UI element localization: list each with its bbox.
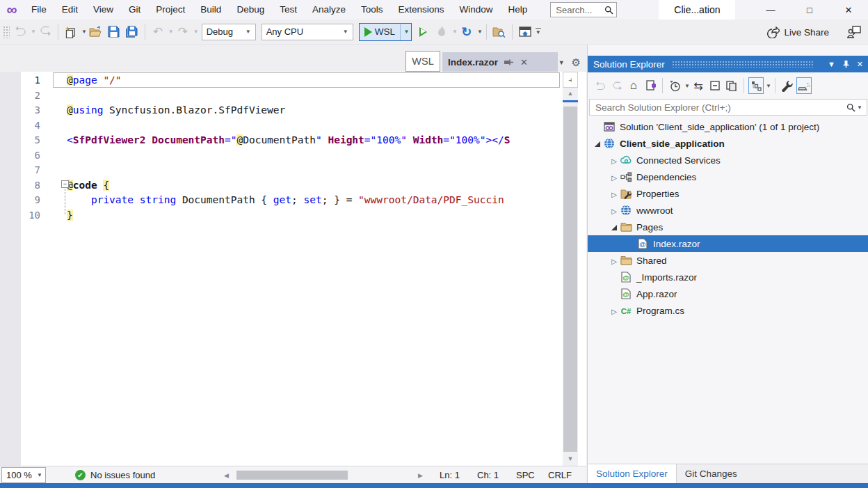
menu-debug[interactable]: Debug bbox=[229, 0, 272, 19]
save-button[interactable] bbox=[106, 23, 122, 41]
undo-button[interactable]: ↶ bbox=[150, 23, 166, 41]
tree-item-properties[interactable]: ▷Properties bbox=[588, 185, 868, 202]
new-window-button[interactable] bbox=[517, 23, 533, 41]
tab-index-razor[interactable]: Index.razor ✕ bbox=[442, 52, 558, 72]
tree-expander[interactable] bbox=[592, 139, 603, 149]
tree-expander[interactable]: ▷ bbox=[609, 155, 620, 166]
column-indicator[interactable]: Ch: 1 bbox=[477, 470, 499, 480]
tree-expander[interactable]: ▷ bbox=[609, 172, 620, 182]
zoom-level-dropdown[interactable]: 100 % ▼ bbox=[1, 467, 46, 483]
tree-item-shared[interactable]: ▷Shared bbox=[588, 252, 868, 269]
se-forward-button[interactable]: ⮎ bbox=[609, 77, 625, 94]
panel-tab-solution-explorer[interactable]: Solution Explorer bbox=[588, 464, 677, 483]
collapse-region-toggle[interactable]: − bbox=[61, 180, 69, 188]
restart-button[interactable]: ↻ bbox=[458, 23, 475, 41]
issues-indicator[interactable]: ✔ No issues found bbox=[75, 470, 155, 480]
collapse-all-button[interactable] bbox=[707, 77, 723, 94]
tree-item-wwwroot[interactable]: ▷wwwroot bbox=[588, 202, 868, 219]
tree-item-index-razor[interactable]: @Index.razor bbox=[588, 235, 868, 252]
menu-window[interactable]: Window bbox=[452, 0, 501, 19]
tree-item-program-cs[interactable]: ▷C#Program.cs bbox=[588, 302, 868, 319]
restart-dropdown[interactable]: ▼ bbox=[477, 29, 483, 35]
solution-explorer-search[interactable]: Search Solution Explorer (Ctrl+;) ▼ bbox=[589, 99, 867, 116]
code-editor[interactable]: 1@page "/"23@using Syncfusion.Blazor.SfP… bbox=[0, 72, 586, 466]
maximize-button[interactable]: □ bbox=[790, 0, 829, 19]
menu-test[interactable]: Test bbox=[272, 0, 305, 19]
code-line-8[interactable]: 8@code { bbox=[0, 178, 563, 194]
wsl-target-overlay[interactable]: WSL bbox=[405, 51, 440, 72]
close-panel-icon[interactable]: ✕ bbox=[857, 60, 863, 69]
hot-reload-dropdown[interactable]: ▼ bbox=[452, 29, 458, 35]
se-back-button[interactable]: ⮌ bbox=[593, 77, 608, 94]
menu-analyze[interactable]: Analyze bbox=[305, 0, 353, 19]
window-position-dropdown[interactable]: ▼ bbox=[828, 60, 835, 68]
code-line-3[interactable]: 3@using Syncfusion.Blazor.SfPdfViewer bbox=[0, 103, 563, 118]
tree-item-dependencies[interactable]: ▷Dependencies bbox=[588, 168, 868, 185]
code-line-2[interactable]: 2 bbox=[0, 88, 563, 104]
menu-file[interactable]: File bbox=[24, 0, 54, 19]
debug-target-dropdown[interactable]: ▼ bbox=[400, 24, 411, 40]
scroll-left-arrow[interactable]: ◀ bbox=[224, 472, 234, 479]
menu-git[interactable]: Git bbox=[121, 0, 148, 19]
close-button[interactable]: ✕ bbox=[829, 0, 868, 19]
redo-button[interactable]: ↷ bbox=[175, 23, 191, 41]
tree-item-pages[interactable]: Pages bbox=[588, 219, 868, 235]
open-file-button[interactable] bbox=[88, 23, 104, 41]
tree-expander[interactable] bbox=[609, 222, 620, 233]
scroll-right-arrow[interactable]: ▶ bbox=[413, 472, 423, 479]
menu-extensions[interactable]: Extensions bbox=[391, 0, 452, 19]
save-all-button[interactable] bbox=[124, 23, 140, 41]
search-options-dropdown[interactable]: ▼ bbox=[857, 104, 862, 111]
splitter-handle[interactable]: ⫞ bbox=[563, 72, 578, 88]
find-in-files-button[interactable] bbox=[491, 23, 508, 41]
live-share-button[interactable]: Live Share bbox=[766, 26, 829, 38]
line-indicator[interactable]: Ln: 1 bbox=[440, 470, 460, 480]
scroll-up-arrow[interactable]: ▲ bbox=[563, 88, 578, 99]
vertical-scrollbar[interactable]: ⫞ ▲ ▼ bbox=[563, 72, 578, 466]
search-box[interactable]: Search... bbox=[550, 2, 617, 17]
hscrollbar-thumb[interactable] bbox=[236, 471, 348, 480]
code-line-7[interactable]: 7 bbox=[0, 163, 563, 178]
undo-dropdown[interactable]: ▼ bbox=[168, 29, 174, 35]
code-line-4[interactable]: 4 bbox=[0, 118, 563, 134]
solution-platform-dropdown[interactable]: Any CPU ▼ bbox=[262, 24, 353, 40]
code-line-1[interactable]: 1@page "/" bbox=[0, 73, 563, 88]
sync-with-active-document-button[interactable]: ⇆ bbox=[691, 77, 706, 94]
filter-dropdown[interactable]: ▼ bbox=[684, 83, 690, 89]
file-nesting-button[interactable] bbox=[748, 77, 764, 94]
solution-configuration-dropdown[interactable]: Debug ▼ bbox=[202, 24, 256, 40]
pin-icon[interactable] bbox=[842, 60, 850, 68]
tree-item-imports-razor[interactable]: @_Imports.razor bbox=[588, 269, 868, 285]
hot-reload-button[interactable] bbox=[433, 23, 450, 41]
panel-tab-git-changes[interactable]: Git Changes bbox=[677, 464, 746, 483]
se-home-button[interactable]: ⌂ bbox=[626, 77, 641, 94]
horizontal-scrollbar[interactable]: ◀ ▶ bbox=[224, 470, 423, 480]
menu-tools[interactable]: Tools bbox=[353, 0, 391, 19]
tree-expander[interactable]: ▷ bbox=[609, 306, 620, 316]
menu-view[interactable]: View bbox=[86, 0, 121, 19]
new-project-dropdown[interactable]: ▼ bbox=[81, 29, 87, 35]
solution-explorer-header[interactable]: Solution Explorer ▼ ✕ bbox=[588, 56, 868, 72]
file-nesting-dropdown[interactable]: ▼ bbox=[766, 83, 771, 89]
code-line-5[interactable]: 5<SfPdfViewer2 DocumentPath="@DocumentPa… bbox=[0, 133, 563, 148]
pin-tab-icon[interactable] bbox=[504, 57, 514, 67]
redo-dropdown[interactable]: ▼ bbox=[193, 29, 199, 35]
tree-expander[interactable]: ▷ bbox=[609, 205, 620, 216]
code-line-6[interactable]: 6 bbox=[0, 148, 563, 164]
navigate-forward-button[interactable]: ⮎ bbox=[37, 23, 54, 41]
minimize-button[interactable]: — bbox=[751, 0, 790, 19]
preview-selected-items-button[interactable] bbox=[796, 77, 812, 94]
tree-item-app-razor[interactable]: @App.razor bbox=[588, 285, 868, 302]
editor-options-gear-icon[interactable]: ⚙ bbox=[572, 56, 581, 69]
properties-button[interactable] bbox=[780, 77, 795, 94]
scroll-down-arrow[interactable]: ▼ bbox=[563, 453, 578, 464]
start-without-debugging-button[interactable] bbox=[415, 23, 432, 41]
pending-changes-filter-button[interactable] bbox=[667, 77, 682, 94]
new-project-button[interactable] bbox=[63, 23, 79, 41]
start-debugging-button[interactable]: WSL ▼ bbox=[359, 23, 412, 41]
navigate-back-dropdown[interactable]: ▼ bbox=[31, 29, 36, 35]
tab-list-dropdown[interactable]: ▼ bbox=[558, 59, 565, 66]
toolbar-grip[interactable] bbox=[3, 26, 10, 38]
feedback-button[interactable] bbox=[847, 26, 861, 38]
navigate-back-button[interactable]: ⮌ bbox=[12, 23, 29, 41]
